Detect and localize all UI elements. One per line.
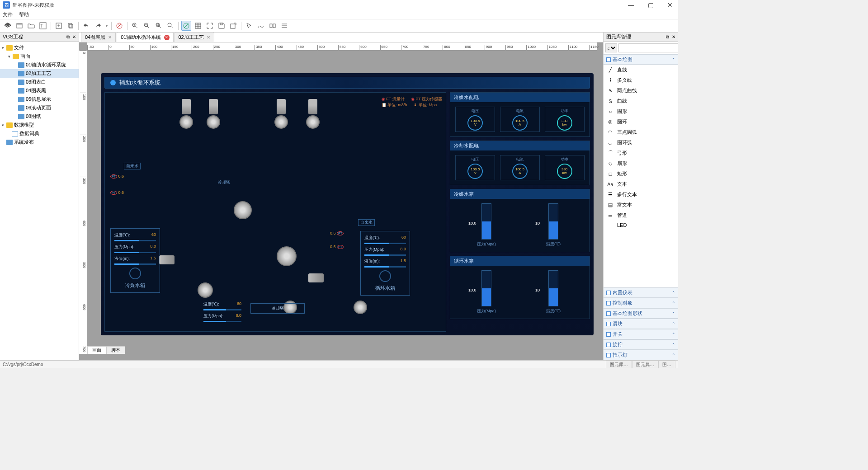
category-item[interactable]: 指示灯⌃ <box>604 350 678 360</box>
svg-rect-7 <box>68 24 72 27</box>
tree-root-files[interactable]: ▾文件 <box>0 43 79 52</box>
window-icon[interactable] <box>14 21 24 31</box>
tab-other[interactable]: 图… <box>658 361 675 369</box>
zoom-actual-icon[interactable] <box>165 21 175 31</box>
shape-item[interactable]: ○圆形 <box>604 106 678 117</box>
close-button[interactable]: ✕ <box>665 1 675 9</box>
tree-page-01[interactable]: 01辅助水循环系统 <box>0 61 79 69</box>
folder-icon[interactable] <box>26 21 36 31</box>
tab-library[interactable]: 图元库… <box>606 361 632 369</box>
cycle-tank-box: 循环水箱 10.0压力(Mpa) 10温度(℃) <box>450 256 590 319</box>
category-item[interactable]: 内置仪表⌃ <box>604 287 678 298</box>
minimize-button[interactable]: — <box>625 1 637 9</box>
category-item[interactable]: 滑块⌃ <box>604 319 678 329</box>
tab-close-icon[interactable]: ✕ <box>207 35 210 40</box>
tree-page-03[interactable]: 03图表白 <box>0 78 79 86</box>
shape-item[interactable]: □矩形 <box>604 169 678 179</box>
shape-item[interactable]: ☰多行文本 <box>604 189 678 200</box>
svg-rect-33 <box>270 24 272 28</box>
tab-close-icon[interactable]: ✕ <box>108 35 112 40</box>
redo-icon[interactable] <box>93 21 103 31</box>
document-tabs: 04图表黑✕ 01辅助水循环系统✕ 02加工工艺✕ <box>79 33 603 42</box>
tab-close-icon[interactable]: ✕ <box>164 35 170 40</box>
shape-item[interactable]: ∿两点曲线 <box>604 85 678 96</box>
legend: ◉ FT 流量计◉ PT 压力传感器 📋 单位: m3/h🌡 单位: Mpa <box>382 96 442 108</box>
collapse-icon[interactable]: ⌃ <box>672 57 675 62</box>
cold-power-box: 冷媒水配电 电压100.5V 电流100.5A 功率380kw <box>450 92 590 137</box>
panel-float-icon[interactable]: ⧉ <box>66 34 70 40</box>
tab-02[interactable]: 02加工工艺✕ <box>175 32 214 42</box>
pump-icon <box>198 282 213 298</box>
canvas[interactable]: 画面 脚本 辅助水循环系统 ◉ FT 流量计◉ PT 压力传感器 📋 单位: m… <box>87 51 597 354</box>
zoom-fit-icon[interactable] <box>154 21 164 31</box>
no-snap-icon[interactable] <box>181 21 191 31</box>
cold-tank-box: 冷媒水箱 10.0压力(Mpa) 10温度(℃) <box>450 189 590 252</box>
library-home-select[interactable]: ⌂ <box>605 43 617 52</box>
add-icon[interactable] <box>54 21 64 31</box>
export-icon[interactable] <box>228 21 238 31</box>
tab-04[interactable]: 04图表黑✕ <box>81 32 116 42</box>
app-title: 旺谷图控-未授权版 <box>13 2 54 9</box>
pointer-icon[interactable] <box>244 21 254 31</box>
shape-item[interactable]: S曲线 <box>604 96 678 106</box>
shape-item[interactable]: ⌇多义线 <box>604 75 678 85</box>
shape-item[interactable]: ◎圆环 <box>604 117 678 127</box>
text-icon[interactable]: T <box>38 21 48 31</box>
shape-item[interactable]: ◇扇形 <box>604 158 678 169</box>
menu-help[interactable]: 帮助 <box>19 11 29 18</box>
label-tap-water: 自来水 <box>358 219 375 226</box>
tree-page-05[interactable]: 05信息展示 <box>0 95 79 103</box>
shape-item[interactable]: LED <box>604 221 678 230</box>
scada-page[interactable]: 辅助水循环系统 ◉ FT 流量计◉ PT 压力传感器 📋 单位: m3/h🌡 单… <box>101 73 594 335</box>
shape-item[interactable]: ◠三点圆弧 <box>604 127 678 137</box>
distribute-icon[interactable] <box>279 21 289 31</box>
shape-item[interactable]: ╱直线 <box>604 65 678 75</box>
svg-line-25 <box>184 24 189 28</box>
tree-page-02[interactable]: 02加工工艺 <box>0 69 79 78</box>
app-icon: 四 <box>3 1 10 9</box>
project-tree: ▾文件 ▾画面 01辅助水循环系统 02加工工艺 03图表白 04图表黑 05信… <box>0 42 79 360</box>
tree-system-publish[interactable]: 系统发布 <box>0 138 79 146</box>
align-icon[interactable] <box>268 21 278 31</box>
scada-diagram[interactable]: ◉ FT 流量计◉ PT 压力传感器 📋 单位: m3/h🌡 单位: Mpa <box>104 92 446 332</box>
bottom-tab-script[interactable]: 脚本 <box>106 346 125 354</box>
tree-page-06[interactable]: 06滚动页面 <box>0 103 79 112</box>
save-icon[interactable] <box>217 21 226 31</box>
tree-data-model[interactable]: ▾数据模型 <box>0 121 79 129</box>
copy-icon[interactable] <box>66 21 75 31</box>
pt-value: 0.6 <box>330 244 336 249</box>
svg-rect-0 <box>17 24 22 28</box>
panel-close-icon[interactable]: ✕ <box>672 34 675 40</box>
fullscreen-icon[interactable] <box>205 21 215 31</box>
ruler-horizontal: -500501001502002503003504004505005506006… <box>87 42 597 51</box>
grid-icon[interactable] <box>193 21 203 31</box>
category-basic[interactable]: 基本绘图 <box>613 56 632 63</box>
maximize-button[interactable]: ▢ <box>645 1 656 9</box>
tree-page-04[interactable]: 04图表黑 <box>0 86 79 95</box>
tab-01[interactable]: 01辅助水循环系统✕ <box>117 32 173 42</box>
panel-float-icon[interactable]: ⧉ <box>666 34 669 40</box>
bottom-tab-screen[interactable]: 画面 <box>87 346 106 354</box>
library-search-input[interactable] <box>618 43 678 52</box>
category-item[interactable]: 旋拧⌃ <box>604 339 678 350</box>
category-item[interactable]: 开关⌃ <box>604 329 678 339</box>
shape-item[interactable]: ◡圆环弧 <box>604 137 678 148</box>
undo-icon[interactable] <box>81 21 91 31</box>
tree-data-dict[interactable]: 数据词典 <box>0 129 79 138</box>
category-item[interactable]: 控制对象⌃ <box>604 298 678 308</box>
shape-item[interactable]: ═管道 <box>604 210 678 221</box>
tree-page-08[interactable]: 08图纸 <box>0 112 79 121</box>
shape-item[interactable]: ⌒弓形 <box>604 148 678 158</box>
curve-icon[interactable] <box>256 21 266 31</box>
cancel-icon[interactable] <box>114 21 124 31</box>
panel-close-icon[interactable]: ✕ <box>72 34 76 40</box>
zoom-out-icon[interactable] <box>142 21 152 31</box>
shape-item[interactable]: ▤富文本 <box>604 200 678 210</box>
menu-file[interactable]: 文件 <box>3 11 13 18</box>
layers-icon[interactable] <box>3 21 13 31</box>
tree-screens[interactable]: ▾画面 <box>0 52 79 61</box>
zoom-in-icon[interactable] <box>130 21 140 31</box>
tab-properties[interactable]: 图元属… <box>632 361 658 369</box>
category-item[interactable]: 基本绘图形状⌃ <box>604 308 678 319</box>
shape-item[interactable]: Aa文本 <box>604 179 678 189</box>
